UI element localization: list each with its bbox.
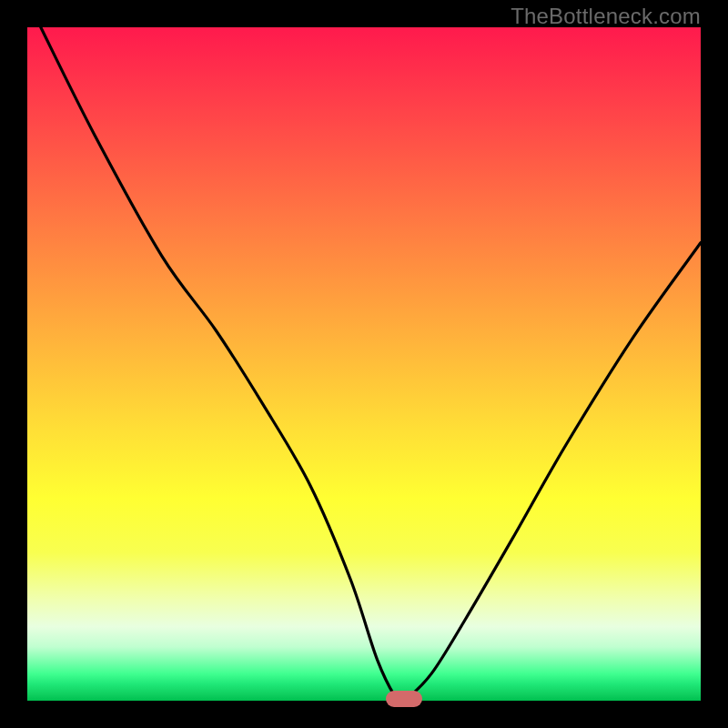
attribution-text: TheBottleneck.com [511,4,701,29]
chart-frame: TheBottleneck.com [0,0,728,728]
minimum-marker-pill [386,691,422,707]
bottleneck-curve [27,27,701,701]
plot-area [27,27,701,701]
